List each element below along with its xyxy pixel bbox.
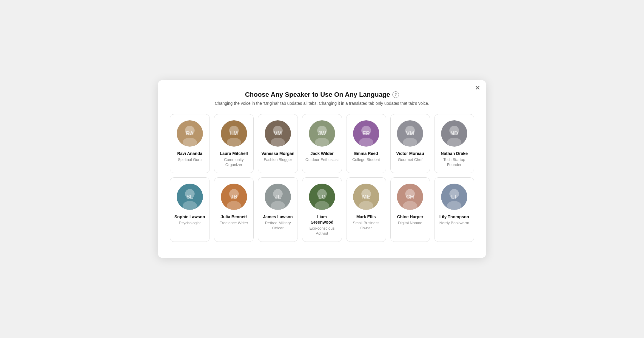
speaker-role: Nerdy Bookworm: [439, 221, 469, 226]
speaker-role: Digital Nomad: [398, 221, 423, 226]
svg-text:JW: JW: [318, 130, 326, 136]
avatar: CH: [397, 184, 423, 210]
avatar: ME: [353, 184, 379, 210]
speaker-card[interactable]: RA Ravi AnandaSpiritual Guru: [170, 114, 210, 173]
svg-text:RA: RA: [186, 130, 194, 136]
speaker-name: Mark Ellis: [356, 214, 376, 219]
speaker-card[interactable]: LT Lily ThompsonNerdy Bookworm: [434, 177, 474, 242]
speaker-role: Outdoor Enthusiast: [305, 157, 338, 162]
speaker-role: College Student: [352, 157, 380, 162]
speaker-name: Ravi Ananda: [177, 151, 202, 156]
svg-text:ND: ND: [450, 130, 458, 136]
speaker-role: Retired Military Officer: [261, 221, 295, 231]
svg-text:LT: LT: [451, 194, 457, 200]
speaker-name: Nathan Drake: [441, 151, 468, 156]
speaker-role: Fashion Blogger: [264, 157, 292, 162]
speaker-name: Sophie Lawson: [175, 214, 205, 219]
avatar: SL: [177, 184, 203, 210]
speaker-role: Freelance Writer: [220, 221, 248, 226]
speaker-name: Vanessa Morgan: [261, 151, 295, 156]
speaker-card[interactable]: ND Nathan DrakeTech Startup Founder: [434, 114, 474, 173]
avatar: VM: [397, 120, 423, 147]
speaker-card[interactable]: JB Julia BennettFreelance Writer: [214, 177, 254, 242]
speaker-selection-modal: ✕ Choose Any Speaker to Use On Any Langu…: [158, 80, 486, 258]
svg-text:JB: JB: [230, 194, 237, 200]
speaker-name: Jack Wilder: [310, 151, 334, 156]
svg-text:VM: VM: [274, 130, 282, 136]
speaker-name: Julia Bennett: [221, 214, 247, 219]
speaker-role: Gourmet Chef: [398, 157, 423, 162]
speaker-role: Tech Startup Founder: [437, 157, 471, 168]
speaker-name: Victor Moreau: [396, 151, 424, 156]
svg-text:JL: JL: [275, 194, 281, 200]
avatar: LG: [309, 184, 335, 210]
speaker-name: Laura Mitchell: [220, 151, 248, 156]
avatar: ND: [441, 120, 467, 147]
speaker-role: Small Business Owner: [349, 221, 383, 231]
speaker-card[interactable]: CH Chloe HarperDigital Nomad: [390, 177, 430, 242]
avatar: ER: [353, 120, 379, 147]
modal-title: Choose Any Speaker to Use On Any Languag…: [170, 91, 474, 99]
svg-text:VM: VM: [406, 130, 414, 136]
speaker-role: Psychologist: [179, 221, 201, 226]
svg-text:ER: ER: [362, 130, 370, 136]
speaker-card[interactable]: ME Mark EllisSmall Business Owner: [346, 177, 386, 242]
speaker-card[interactable]: JW Jack WilderOutdoor Enthusiast: [302, 114, 342, 173]
avatar: LM: [221, 120, 247, 147]
speaker-card[interactable]: VM Victor MoreauGourmet Chef: [390, 114, 430, 173]
svg-text:ME: ME: [362, 194, 370, 200]
speaker-card[interactable]: LM Laura MitchellCommunity Organizer: [214, 114, 254, 173]
avatar: RA: [177, 120, 203, 147]
help-icon[interactable]: ?: [392, 91, 399, 98]
speaker-card[interactable]: JL James LawsonRetired Military Officer: [258, 177, 298, 242]
svg-text:CH: CH: [406, 194, 414, 200]
svg-text:LM: LM: [230, 130, 238, 136]
modal-subtitle: Changing the voice in the 'Original' tab…: [170, 101, 474, 106]
avatar: JL: [265, 184, 291, 210]
avatar: JB: [221, 184, 247, 210]
avatar: VM: [265, 120, 291, 147]
avatar: JW: [309, 120, 335, 147]
avatar: LT: [441, 184, 467, 210]
speakers-grid-row1: RA Ravi AnandaSpiritual Guru LM Laura Mi…: [170, 114, 474, 173]
speaker-name: Liam Greenwood: [305, 214, 339, 225]
speaker-name: James Lawson: [263, 214, 293, 219]
speaker-role: Eco-conscious Activist: [305, 226, 339, 236]
speaker-card[interactable]: ER Emma ReedCollege Student: [346, 114, 386, 173]
speaker-card[interactable]: LG Liam GreenwoodEco-conscious Activist: [302, 177, 342, 242]
svg-text:SL: SL: [186, 194, 193, 200]
speaker-role: Community Organizer: [217, 157, 251, 168]
speakers-grid-row2: SL Sophie LawsonPsychologist JB Julia Be…: [170, 177, 474, 242]
speaker-name: Chloe Harper: [397, 214, 423, 219]
speaker-role: Spiritual Guru: [178, 157, 201, 162]
speaker-name: Lily Thompson: [439, 214, 469, 219]
close-button[interactable]: ✕: [475, 85, 480, 91]
speaker-name: Emma Reed: [354, 151, 378, 156]
svg-text:LG: LG: [318, 194, 326, 200]
speaker-card[interactable]: VM Vanessa MorganFashion Blogger: [258, 114, 298, 173]
speaker-card[interactable]: SL Sophie LawsonPsychologist: [170, 177, 210, 242]
